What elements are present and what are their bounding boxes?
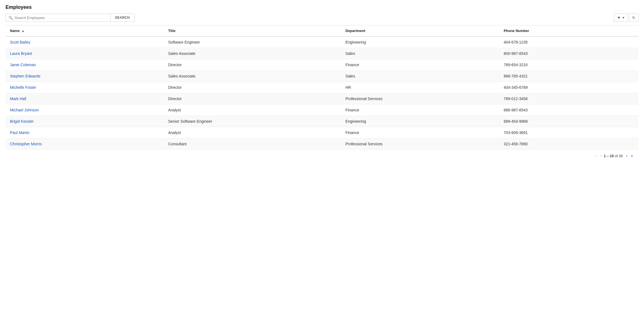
employee-phone-cell: 789-012-3456 [499, 93, 638, 105]
employee-department-cell: HR [341, 82, 499, 93]
employee-name-link[interactable]: Brigid Kessler [10, 119, 34, 124]
employee-name-link[interactable]: Scott Bailey [10, 40, 30, 44]
employee-name-link[interactable]: Michael Johnson [10, 108, 39, 112]
employee-department-cell: Professional Services [341, 138, 499, 150]
employee-title-cell: Consultant [164, 138, 341, 150]
col-name-label: Name [10, 29, 20, 33]
col-header-name[interactable]: Name ▲ [6, 25, 164, 37]
employee-name-cell: Christopher Morris [6, 138, 164, 150]
refresh-button[interactable]: ↻ [629, 14, 638, 22]
filter-button[interactable]: ▼ ▼ [614, 14, 628, 22]
next-page-button[interactable]: › [625, 153, 629, 159]
employee-phone-cell: 321-456-7890 [499, 138, 638, 150]
employee-name-cell: Michelle Foster [6, 82, 164, 93]
employee-department-cell: Sales [341, 48, 499, 59]
search-button[interactable]: SEARCH [110, 14, 135, 22]
employee-name-link[interactable]: Mark Hall [10, 97, 26, 101]
employee-department-cell: Finance [341, 127, 499, 138]
filter-icon: ▼ [617, 15, 621, 20]
employee-name-cell: Michael Johnson [6, 105, 164, 116]
employee-phone-cell: 789-654-3210 [499, 59, 638, 71]
first-page-button[interactable]: « [594, 153, 598, 158]
employee-name-cell: Janet Coleman [6, 59, 164, 71]
table-row: Christopher MorrisConsultantProfessional… [6, 138, 638, 150]
employee-phone-cell: 689-454-9968 [499, 116, 638, 127]
pagination-info: 1 – 10 of 26 [604, 154, 623, 158]
table-row: Brigid KesslerSenior Software EngineerEn… [6, 116, 638, 127]
employee-title-cell: Sales Associate [164, 71, 341, 82]
col-header-phone: Phone Number [499, 25, 638, 37]
employee-department-cell: Finance [341, 59, 499, 71]
employee-department-cell: Engineering [341, 116, 499, 127]
employee-name-link[interactable]: Paul Martin [10, 130, 29, 135]
table-row: Scott BaileySoftware EngineerEngineering… [6, 36, 638, 48]
employee-title-cell: Software Engineer [164, 36, 341, 48]
employee-phone-cell: 404-345-6789 [499, 82, 638, 93]
employee-name-link[interactable]: Janet Coleman [10, 63, 36, 67]
table-row: Janet ColemanDirectorFinance789-654-3210 [6, 59, 638, 71]
employees-table: Name ▲ Title Department Phone Number Sco… [6, 25, 638, 150]
employee-name-cell: Brigid Kessler [6, 116, 164, 127]
employee-title-cell: Sales Associate [164, 48, 341, 59]
refresh-icon: ↻ [632, 15, 635, 20]
table-row: Michelle FosterDirectorHR404-345-6789 [6, 82, 638, 93]
toolbar: 🔍 SEARCH ▼ ▼ ↻ [6, 14, 638, 22]
employee-name-cell: Stephen Edwards [6, 71, 164, 82]
employee-title-cell: Senior Software Engineer [164, 116, 341, 127]
employee-name-cell: Laura Bryant [6, 48, 164, 59]
employee-title-cell: Director [164, 82, 341, 93]
filter-chevron: ▼ [622, 16, 625, 19]
employee-phone-cell: 866-987-6543 [499, 105, 638, 116]
sort-asc-icon: ▲ [21, 29, 25, 33]
prev-page-button[interactable]: ‹ [599, 153, 603, 159]
col-header-department: Department [341, 25, 499, 37]
table-row: Michael JohnsonAnalystFinance866-987-654… [6, 105, 638, 116]
employee-name-link[interactable]: Stephen Edwards [10, 74, 41, 78]
employee-phone-cell: 703-609-3691 [499, 127, 638, 138]
employee-department-cell: Professional Services [341, 93, 499, 105]
page-title: Employees [6, 4, 638, 10]
table-header-row: Name ▲ Title Department Phone Number [6, 25, 638, 37]
table-row: Stephen EdwardsSales AssociateSales866-7… [6, 71, 638, 82]
employee-name-cell: Mark Hall [6, 93, 164, 105]
search-input[interactable] [15, 16, 108, 20]
table-row: Laura BryantSales AssociateSales800-987-… [6, 48, 638, 59]
employee-phone-cell: 404-678-1235 [499, 36, 638, 48]
employee-title-cell: Director [164, 93, 341, 105]
pagination: « ‹ 1 – 10 of 26 › » [6, 150, 638, 160]
employee-title-cell: Analyst [164, 105, 341, 116]
employee-name-link[interactable]: Michelle Foster [10, 85, 36, 90]
col-header-title: Title [164, 25, 341, 37]
employee-title-cell: Director [164, 59, 341, 71]
employee-phone-cell: 800-987-6543 [499, 48, 638, 59]
search-input-wrapper: 🔍 [6, 14, 110, 22]
employee-name-cell: Paul Martin [6, 127, 164, 138]
search-area: 🔍 SEARCH [6, 14, 135, 22]
table-body: Scott BaileySoftware EngineerEngineering… [6, 36, 638, 150]
last-page-button[interactable]: » [630, 153, 634, 158]
employee-name-cell: Scott Bailey [6, 36, 164, 48]
employee-name-link[interactable]: Christopher Morris [10, 142, 42, 146]
employee-department-cell: Finance [341, 105, 499, 116]
employee-name-link[interactable]: Laura Bryant [10, 51, 32, 56]
employee-phone-cell: 866-765-4321 [499, 71, 638, 82]
table-row: Paul MartinAnalystFinance703-609-3691 [6, 127, 638, 138]
employee-department-cell: Engineering [341, 36, 499, 48]
search-icon: 🔍 [9, 16, 13, 20]
employee-title-cell: Analyst [164, 127, 341, 138]
employee-department-cell: Sales [341, 71, 499, 82]
toolbar-right: ▼ ▼ ↻ [614, 14, 638, 22]
table-row: Mark HallDirectorProfessional Services78… [6, 93, 638, 105]
